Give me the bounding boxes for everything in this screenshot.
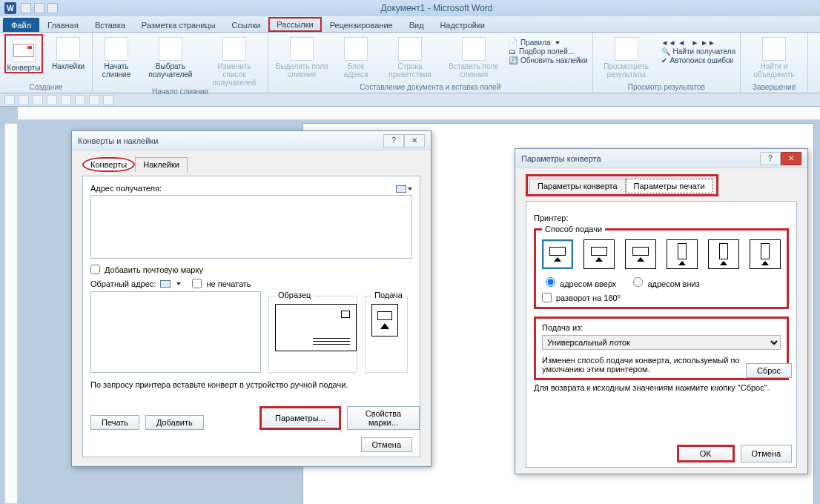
tab-home[interactable]: Главная (39, 18, 87, 32)
match-fields-icon: 🗂 (509, 47, 516, 56)
word-icon: W (4, 2, 16, 14)
ok-button[interactable]: OK (677, 445, 735, 462)
feed-preview-icon (371, 304, 398, 336)
tab-file[interactable]: Файл (3, 18, 39, 32)
dialog1-cancel-button[interactable]: Отмена (361, 437, 412, 452)
feed-option-4[interactable] (667, 239, 698, 269)
rotate-checkbox[interactable] (542, 293, 552, 302)
group-finish-label: Завершение (745, 82, 803, 91)
qat2-icon[interactable] (75, 95, 85, 105)
insert-field-icon (462, 37, 486, 61)
tab-insert[interactable]: Вставка (87, 18, 133, 32)
feed-from-label: Подача из: (542, 323, 781, 332)
update-labels-button[interactable]: 🔄Обновить наклейки (509, 56, 588, 64)
dialog1-tab-labels[interactable]: Наклейки (135, 157, 188, 172)
address-book-icon[interactable] (396, 185, 406, 193)
qat2-icon[interactable] (103, 95, 113, 105)
options-button[interactable]: Параметры... (259, 406, 341, 430)
horizontal-ruler (18, 107, 820, 120)
group-preview-label: Просмотр результатов (598, 82, 735, 91)
dialog1-tab-envelopes[interactable]: Конверты (82, 157, 135, 172)
qat-redo-icon[interactable] (47, 3, 58, 13)
preview-icon (615, 37, 638, 61)
insert-field-button[interactable]: Вставить поле слияния (445, 34, 503, 79)
dialog2-tab-print[interactable]: Параметры печати (626, 179, 713, 193)
address-block-button[interactable]: Блок адреса (337, 34, 375, 79)
qat-undo-icon[interactable] (34, 3, 44, 13)
group-create-label: Создание (4, 82, 87, 91)
recipient-address-input[interactable] (90, 195, 412, 259)
feed-option-5[interactable] (708, 239, 739, 269)
dialog2-help-button[interactable]: ? (760, 152, 781, 165)
dialog1-help-button[interactable]: ? (383, 134, 404, 147)
select-recipients-icon (159, 37, 182, 61)
qat2-icon[interactable] (89, 95, 99, 105)
check-icon: ✔ (661, 56, 667, 64)
finish-merge-button[interactable]: Найти и объединить (745, 34, 803, 79)
chevron-down-icon (555, 42, 560, 44)
dialog1-panel: Адрес получателя: Добавить почтовую марк… (82, 176, 420, 457)
qat2-icon[interactable] (61, 95, 71, 105)
chevron-down-icon (408, 188, 412, 190)
feed-instruction: По запросу принтера вставьте конверт в у… (90, 380, 412, 389)
qat2-icon[interactable] (33, 95, 43, 105)
dialog1-title: Конверты и наклейки (78, 136, 158, 145)
reset-note: Для возврата к исходным значениям нажмит… (534, 383, 789, 392)
update-labels-icon: 🔄 (509, 56, 518, 64)
edit-recipients-button[interactable]: Изменить список получателей (205, 34, 263, 87)
dialog2-cancel-button[interactable]: Отмена (741, 445, 792, 462)
greeting-line-button[interactable]: Строка приветствия (381, 34, 439, 79)
tab-review[interactable]: Рецензирование (322, 18, 401, 32)
qat-save-icon[interactable] (21, 3, 31, 13)
feed-option-1[interactable] (542, 239, 573, 269)
qat2-icon[interactable] (47, 95, 57, 105)
no-print-checkbox[interactable] (192, 279, 202, 288)
labels-button[interactable]: Наклейки (49, 34, 87, 70)
vertical-ruler (4, 123, 18, 504)
add-to-doc-button[interactable]: Добавить (145, 415, 204, 430)
find-recipient-button[interactable]: 🔍Найти получателя (661, 47, 735, 56)
stamp-properties-button[interactable]: Свойства марки... (347, 406, 420, 430)
envelopes-button[interactable]: Конверты (4, 34, 43, 73)
qat2-icon[interactable] (19, 95, 29, 105)
tab-addins[interactable]: Надстройки (432, 18, 493, 32)
tab-references[interactable]: Ссылки (224, 18, 269, 32)
reset-button[interactable]: Сброс (746, 363, 792, 378)
dialog1-close-button[interactable]: ✕ (404, 134, 425, 147)
group-fields-label: Составление документа и вставка полей (273, 82, 588, 91)
return-address-input[interactable] (90, 291, 261, 373)
dialog2-tab-envelope[interactable]: Параметры конверта (529, 179, 626, 193)
match-fields-button[interactable]: 🗂Подбор полей... (509, 47, 588, 56)
feed-option-2[interactable] (583, 239, 615, 269)
tab-mailings[interactable]: Рассылки (268, 17, 321, 32)
labels-icon (56, 37, 80, 61)
add-postage-checkbox[interactable] (90, 265, 100, 274)
title-bar: W Документ1 - Microsoft Word (0, 0, 820, 16)
record-nav[interactable]: ◄◄ ◄ ► ►► (661, 39, 735, 47)
dialog2-title: Параметры конверта (521, 154, 601, 163)
feed-legend: Подача (371, 291, 406, 299)
group-startmerge-label: Начало слияния (97, 87, 263, 96)
greeting-line-icon (398, 37, 422, 61)
rules-button[interactable]: 📄Правила (509, 39, 588, 47)
tab-view[interactable]: Вид (401, 18, 432, 32)
check-errors-button[interactable]: ✔Автопоиск ошибок (661, 56, 735, 64)
sample-envelope-preview (275, 304, 357, 351)
print-button[interactable]: Печать (90, 415, 139, 430)
rotate-label: разворот на 180° (556, 294, 621, 302)
preview-results-button[interactable]: Просмотреть результаты (598, 34, 655, 79)
dialog2-close-button[interactable]: ✕ (781, 152, 801, 165)
highlight-fields-button[interactable]: Выделить поля слияния (273, 34, 331, 79)
select-recipients-button[interactable]: Выбрать получателей (142, 34, 199, 79)
find-icon: 🔍 (661, 47, 670, 56)
ribbon-tabs: Файл Главная Вставка Разметка страницы С… (0, 16, 820, 33)
qat2-icon[interactable] (4, 95, 15, 105)
address-book-icon[interactable] (160, 280, 171, 288)
face-up-radio[interactable]: адресом вверх (542, 275, 616, 288)
face-down-radio[interactable]: адресом вниз (629, 275, 699, 288)
feed-option-3[interactable] (625, 239, 656, 269)
feed-option-6[interactable] (750, 239, 781, 269)
feed-from-select[interactable]: Универсальный лоток (542, 335, 781, 350)
tab-layout[interactable]: Разметка страницы (133, 18, 224, 32)
start-merge-button[interactable]: Начать слияние (97, 34, 136, 79)
